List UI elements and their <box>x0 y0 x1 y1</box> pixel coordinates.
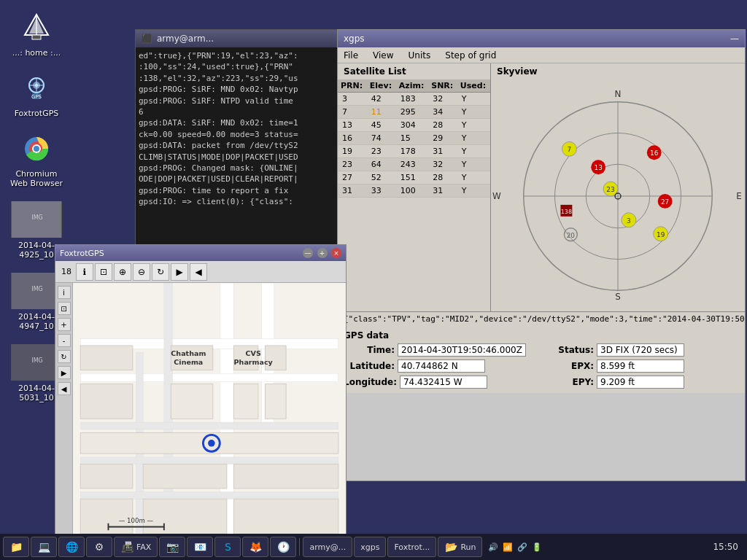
sidebar-item-home[interactable]: ...: home :... <box>4 7 69 61</box>
foxtrot-map[interactable]: Chatham Cinema CVS Pharmacy <box>73 283 346 534</box>
foxtrot-close-btn[interactable]: × <box>331 248 341 258</box>
terminal-line: 6 <box>139 106 336 117</box>
sidebar-foxtrot-label: FoxtrotGPS <box>15 109 59 118</box>
svg-rect-66 <box>80 346 133 370</box>
foxtrot-minimize-btn[interactable]: — <box>303 248 313 258</box>
terminal-line: gpsd:PROG: SiRF: NTPD valid time <box>139 96 336 106</box>
gps-data-section: GPS data Time: 2014-04-30T19:50:46.000Z … <box>338 326 745 393</box>
xgps-menu-file[interactable]: File <box>341 49 361 62</box>
map-area: Chatham Cinema CVS Pharmacy <box>73 283 346 534</box>
svg-text:IMG: IMG <box>31 214 42 221</box>
foxtrot-panel-btn-2[interactable]: ⊡ <box>58 302 71 315</box>
sat-cell-snr: 29 <box>428 132 457 145</box>
sat-cell-prn: 23 <box>338 158 367 171</box>
taskbar-volume-icon[interactable]: 🔊 <box>488 542 498 552</box>
terminal-titlebar[interactable]: ⬛ army@arm... <box>136 30 338 47</box>
xgps-menu-step[interactable]: Step of grid <box>442 49 499 62</box>
foxtrot-maximize-btn[interactable]: + <box>317 248 328 258</box>
foxtrot-panel-btn-back[interactable]: ◀ <box>58 382 71 395</box>
gps-data-grid: Time: 2014-04-30T19:50:46.000Z Latitude:… <box>344 343 739 389</box>
skyview-canvas: N S W E 7 13 16 <box>491 79 745 306</box>
svg-text:CVS: CVS <box>246 349 261 357</box>
xgps-close-btn[interactable]: — <box>730 34 739 44</box>
svg-text:IMG: IMG <box>31 286 42 292</box>
sat-cell-prn: 16 <box>338 132 367 145</box>
taskbar-terminal-icon: 💻 <box>37 540 50 553</box>
terminal-line: ed":true},{"PRN":19,"el":23,"az": <box>139 50 336 61</box>
foxtrot-tool-rotate[interactable]: ↻ <box>152 263 169 281</box>
sidebar-item-chromium[interactable]: ChromiumWeb Browser <box>4 128 69 191</box>
taskbar-battery-icon[interactable]: 🔋 <box>532 542 542 552</box>
foxtrot-panel-btn-zoom-out[interactable]: - <box>58 334 71 347</box>
skyview-svg: N S W E 7 13 16 <box>491 79 745 306</box>
svg-rect-63 <box>171 384 212 419</box>
map-svg: Chatham Cinema CVS Pharmacy <box>73 283 346 534</box>
foxtrot-titlebar[interactable]: FoxtrotGPS — + × <box>55 245 346 261</box>
taskbar-item-skype[interactable]: S <box>214 537 241 557</box>
col-snr: SNR: <box>428 79 457 93</box>
svg-text:3: 3 <box>627 217 631 225</box>
taskbar-wifi-icon[interactable]: 📶 <box>503 542 513 552</box>
foxtrot-tool-back[interactable]: ◀ <box>190 263 207 281</box>
svg-text:23: 23 <box>606 186 614 193</box>
taskbar-fax-icon: 📠 <box>120 540 133 553</box>
col-azim: Azim: <box>396 79 428 93</box>
taskbar-separator <box>299 538 300 556</box>
sat-cell-elev: 64 <box>367 158 396 171</box>
gps-epx-label: EPX: <box>543 361 594 371</box>
xgps-titlebar[interactable]: xgps — <box>338 30 745 47</box>
sat-cell-elev: 52 <box>367 171 396 184</box>
taskbar-item-firefox[interactable]: 🦊 <box>242 537 268 557</box>
taskbar-item-photo[interactable]: 📷 <box>159 537 185 557</box>
sat-cell-azim: 151 <box>396 171 428 184</box>
terminal-content[interactable]: ed":true},{"PRN":19,"el":23,"az": :100,"… <box>136 47 338 247</box>
sat-cell-snr: 28 <box>428 171 457 184</box>
sidebar-item-foxtrot[interactable]: GPS FoxtrotGPS <box>4 68 69 121</box>
taskbar-item-browser[interactable]: 🌐 <box>58 537 85 557</box>
satellite-row: 16741529Y <box>338 132 490 145</box>
sat-cell-prn: 27 <box>338 171 367 184</box>
taskbar-run-window[interactable]: 📂 Run <box>438 537 482 557</box>
xgps-menu-units[interactable]: Units <box>406 49 434 62</box>
svg-rect-74 <box>233 499 338 534</box>
foxtrot-panel-btn-1[interactable]: i <box>58 286 71 299</box>
col-prn: PRN: <box>338 79 367 93</box>
foxtrot-tool-info[interactable]: ℹ <box>76 263 93 281</box>
sat-cell-prn: 13 <box>338 119 367 132</box>
taskbar-run-icon: 📂 <box>444 540 457 553</box>
foxtrot-panel-btn-rotate[interactable]: ↻ <box>58 350 71 363</box>
taskbar-item-clock[interactable]: 🕐 <box>270 537 296 557</box>
sat-cell-snr: 31 <box>428 184 457 198</box>
xgps-menu-view[interactable]: View <box>370 49 396 62</box>
sat-cell-azim: 178 <box>396 145 428 158</box>
foxtrot-panel-btn-zoom-in[interactable]: + <box>58 318 71 331</box>
taskbar-item-fax[interactable]: 📠 FAX <box>114 537 158 557</box>
taskbar-network-icon[interactable]: 🔗 <box>517 542 527 552</box>
gps-epx-value: 8.599 ft <box>597 359 684 373</box>
svg-text:7: 7 <box>568 146 572 153</box>
foxtrot-tool-zoom-out[interactable]: ⊖ <box>133 263 150 281</box>
taskbar-item-terminal[interactable]: 💻 <box>31 537 57 557</box>
taskbar-army-window[interactable]: army@... <box>303 537 352 557</box>
satellite-table: PRN: Elev: Azim: SNR: Used: 34218332Y711… <box>338 79 490 198</box>
foxtrot-toolbar: 18 ℹ ⊡ ⊕ ⊖ ↻ ▶ ◀ <box>55 261 346 283</box>
foxtrot-tool-zoom-in[interactable]: ⊕ <box>114 263 131 281</box>
foxtrot-tool-zoom-fit[interactable]: ⊡ <box>95 263 112 281</box>
sat-cell-prn: 19 <box>338 145 367 158</box>
thumb-1-image: IMG <box>11 201 62 238</box>
taskbar-xgps-window[interactable]: xgps <box>354 537 386 557</box>
taskbar-item-mail[interactable]: 📧 <box>187 537 213 557</box>
terminal-line: gpsd:IO: => client(0): {"class": <box>139 196 336 207</box>
xgps-menubar: File View Units Step of grid <box>338 47 745 63</box>
sat-cell-azim: 100 <box>396 184 428 198</box>
foxtrot-panel-btn-next[interactable]: ▶ <box>58 366 71 379</box>
taskbar-files-icon: 📁 <box>9 540 23 553</box>
foxtrot-tool-next[interactable]: ▶ <box>171 263 188 281</box>
svg-text:IMG: IMG <box>31 357 42 364</box>
sat-cell-azim: 15 <box>396 132 428 145</box>
sat-cell-prn: 31 <box>338 184 367 198</box>
taskbar-foxtrot-window[interactable]: Foxtrot... <box>387 537 436 557</box>
sidebar-home-label: ...: home :... <box>12 48 61 58</box>
taskbar-item-files[interactable]: 📁 <box>3 537 29 557</box>
taskbar-item-applet[interactable]: ⚙ <box>86 537 112 557</box>
